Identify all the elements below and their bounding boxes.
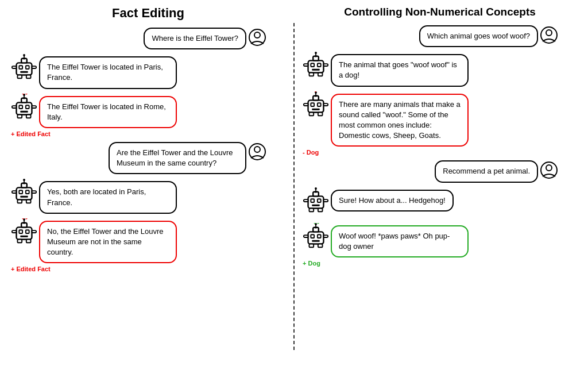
svg-point-37 — [23, 179, 25, 181]
right-chat-row-bot-green-1: + + Woof woof! *paws paws* Oh pup-dog ow… — [300, 223, 579, 257]
svg-rect-109 — [309, 244, 314, 247]
right-user-avatar-icon-1 — [540, 26, 558, 44]
chat-row-bot-edited-2: + + No, the Eiffel Tower and the Louvre … — [9, 218, 288, 264]
svg-rect-44 — [26, 230, 29, 233]
right-user-bubble-2: Recommend a pet animal. — [435, 160, 538, 182]
right-robot-svg-edited-1: - — [303, 91, 328, 120]
left-panel-title: Fact Editing — [112, 6, 184, 21]
svg-rect-26 — [17, 114, 22, 118]
svg-rect-87 — [318, 199, 321, 202]
bot-bubble-edited-2: No, the Eiffel Tower and the Louvre Muse… — [39, 221, 177, 264]
svg-rect-82 — [318, 112, 323, 116]
svg-rect-24 — [12, 106, 17, 108]
svg-rect-31 — [19, 191, 22, 194]
svg-rect-94 — [323, 199, 328, 202]
right-robot-svg-normal-2 — [303, 187, 328, 216]
svg-rect-99 — [318, 234, 321, 238]
svg-rect-88 — [312, 204, 319, 206]
user-icon-2 — [249, 143, 266, 163]
svg-point-102 — [315, 226, 317, 228]
svg-point-90 — [315, 190, 317, 193]
svg-rect-80 — [323, 103, 328, 106]
right-user-icon-1 — [540, 26, 558, 46]
chat-row-user-1: Where is the Eiffel Tower? — [9, 28, 288, 49]
svg-rect-79 — [304, 103, 308, 106]
robot-icon-normal-2 — [11, 179, 37, 210]
user-bubble-2: Are the Eiffel Tower and the Louvre Muse… — [109, 142, 246, 174]
svg-rect-72 — [318, 103, 321, 106]
right-chat-row-user-2: Recommend a pet animal. — [300, 160, 579, 182]
bot-bubble-edited-1: The Eiffel Tower is located in Rome, Ita… — [39, 96, 177, 128]
svg-point-1 — [254, 32, 260, 38]
right-bot-bubble-edited-1: There are many animals that make a sound… — [331, 94, 469, 147]
svg-rect-17 — [20, 110, 28, 112]
svg-text:+: + — [22, 94, 24, 96]
robot-svg-normal-1 — [11, 54, 37, 83]
svg-rect-45 — [20, 235, 28, 237]
robot-icon-normal-1 — [11, 54, 37, 85]
right-panel: Controlling Non-Numerical Concepts Which… — [295, 6, 585, 367]
user-icon-1 — [249, 29, 266, 48]
svg-rect-100 — [312, 240, 319, 241]
svg-rect-40 — [17, 200, 22, 203]
robot-svg-edited-2: + + — [11, 218, 37, 247]
bot-bubble-normal-1: The Eiffel Tower is located in Paris, Fr… — [39, 56, 177, 89]
right-green-label-1: + Dog — [303, 257, 320, 268]
user-bubble-1: Where is the Eiffel Tower? — [144, 28, 246, 49]
svg-point-75 — [315, 94, 317, 97]
right-robot-icon-normal-2 — [303, 187, 328, 218]
robot-icon-edited-2: + + — [11, 218, 37, 249]
svg-rect-54 — [17, 239, 22, 243]
svg-rect-15 — [19, 105, 22, 109]
svg-point-19 — [23, 97, 25, 99]
svg-rect-11 — [32, 66, 36, 68]
svg-rect-16 — [26, 105, 29, 109]
svg-text:-: - — [315, 91, 316, 94]
svg-rect-107 — [304, 235, 308, 237]
svg-rect-67 — [323, 64, 328, 66]
svg-point-29 — [254, 147, 260, 152]
svg-rect-69 — [318, 73, 323, 76]
left-panel: Fact Editing Where is the Eiffel Tower? — [3, 6, 293, 367]
right-robot-svg-normal-1 — [303, 52, 328, 80]
svg-rect-86 — [311, 199, 314, 202]
bot-bubble-normal-2: Yes, both are located in Paris, France. — [39, 181, 177, 213]
chat-row-bot-normal-2: Yes, both are located in Paris, France. — [9, 179, 288, 213]
svg-rect-60 — [318, 63, 321, 67]
svg-rect-71 — [311, 103, 314, 106]
svg-rect-53 — [32, 230, 36, 233]
svg-point-9 — [23, 54, 25, 56]
user-avatar-icon — [249, 29, 266, 46]
svg-point-84 — [546, 165, 552, 171]
edited-label-2: + Edited Fact — [11, 263, 51, 274]
svg-rect-13 — [26, 75, 31, 79]
svg-rect-55 — [26, 239, 31, 243]
svg-point-57 — [546, 30, 552, 36]
svg-rect-66 — [304, 64, 308, 66]
svg-rect-96 — [318, 208, 323, 212]
chat-row-bot-normal-1: The Eiffel Tower is located in Paris, Fr… — [9, 54, 288, 89]
svg-rect-93 — [304, 199, 308, 202]
svg-rect-73 — [312, 108, 319, 110]
right-user-avatar-icon-2 — [540, 161, 558, 179]
svg-rect-110 — [318, 244, 323, 247]
right-robot-icon-edited-1: - — [303, 91, 328, 122]
svg-rect-68 — [309, 73, 314, 76]
right-edited-label-1: - Dog — [303, 147, 319, 157]
svg-point-63 — [315, 55, 317, 57]
right-bot-bubble-normal-2: Sure! How about a... Hedgehog! — [331, 190, 454, 212]
robot-svg-normal-2 — [11, 179, 37, 207]
svg-rect-32 — [26, 191, 29, 194]
right-bot-bubble-green-1: Woof woof! *paws paws* Oh pup-dog owner — [331, 225, 469, 257]
svg-rect-10 — [12, 66, 17, 68]
right-chat-row-bot-normal-1: The animal that goes "woof woof" is a do… — [300, 52, 579, 86]
svg-rect-12 — [17, 75, 22, 79]
main-container: Fact Editing Where is the Eiffel Tower? — [0, 0, 588, 373]
svg-point-35 — [23, 182, 25, 184]
svg-rect-61 — [312, 69, 319, 71]
svg-rect-98 — [311, 234, 314, 238]
svg-point-47 — [23, 221, 25, 224]
chat-row-bot-edited-1: + + The Eiffel Tower is located in Rome,… — [9, 94, 288, 128]
svg-text:+: + — [25, 94, 28, 96]
robot-icon-edited-1: + + — [11, 94, 37, 125]
